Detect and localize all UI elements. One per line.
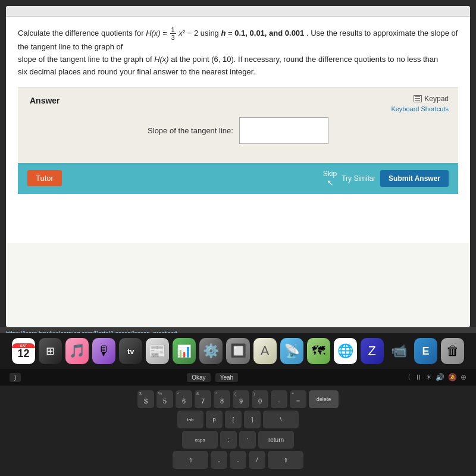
key-lbracket[interactable]: [ (225, 411, 242, 428)
zoom-icon: Z (368, 343, 376, 359)
keypad-area[interactable]: Keypad Keyboard Shortcuts (391, 95, 449, 114)
key-semicolon[interactable]: ; (220, 431, 237, 449)
answer-label: Answer (30, 96, 446, 105)
camera-icon: 📹 (391, 343, 407, 359)
dock-item-chrome[interactable]: 🌐 (334, 338, 357, 364)
dock-item-system-prefs[interactable]: ⚙️ (199, 338, 223, 364)
dock-item-calendar[interactable]: SAT 12 (12, 338, 35, 364)
tangent-input[interactable] (239, 117, 328, 144)
keyboard-shortcuts-link[interactable]: Keyboard Shortcuts (391, 105, 449, 112)
key-quote[interactable]: ' (239, 431, 256, 449)
keyboard-row-1: $ $ % 5 ^ 6 & 7 * 8 ( 9 ) 0 _ - (6, 390, 470, 408)
dock-item-control-center[interactable]: ⊞ (39, 338, 62, 364)
fraction: 1 3 (170, 26, 176, 41)
h-values-label: h = (221, 29, 234, 37)
function-eq: = (162, 29, 169, 37)
fraction-denominator: 3 (170, 34, 176, 41)
problem-intro: Calculate the difference quotients for (18, 29, 144, 37)
touchbar-media[interactable]: ⏸ (415, 373, 422, 381)
key-percent[interactable]: % 5 (156, 390, 173, 408)
dock-item-numbers[interactable]: 📊 (173, 338, 196, 364)
dock-item-zoom[interactable]: Z (361, 338, 384, 364)
key-ampersand[interactable]: & 7 (195, 390, 211, 408)
skip-button[interactable]: Skip ↖ (323, 170, 337, 187)
function-rest: x² − 2 using (178, 29, 221, 37)
keyboard-row-2: tab p [ ] \ (6, 411, 470, 428)
key-equals[interactable]: + = (290, 390, 306, 408)
url-text: https://learn.hawkeslearning.com/Portal/… (6, 330, 177, 334)
music-icon: 🎵 (69, 343, 85, 359)
dock-item-maps[interactable]: 🗺 (307, 338, 330, 364)
problem-content: Calculate the difference quotients for H… (6, 17, 470, 243)
news-icon: 📰 (149, 343, 167, 359)
airdrop-icon: 📡 (284, 343, 300, 359)
key-lparen[interactable]: ( 9 (233, 390, 249, 408)
problem-text: Calculate the difference quotients for H… (18, 26, 458, 79)
skip-label: Skip (323, 170, 337, 178)
keyboard-row-4: ⇧ , . / ⇧ (6, 451, 470, 469)
keypad-button[interactable]: Keypad (391, 95, 449, 103)
elgato-icon: E (422, 345, 429, 358)
touchbar-back[interactable]: ) (10, 373, 21, 382)
skip-cursor-icon: ↖ (327, 178, 334, 187)
touchbar-chevron[interactable]: 〈 (404, 372, 411, 383)
dock-item-trash[interactable]: 🗑 (441, 338, 464, 364)
key-shift-left[interactable]: ⇧ (173, 451, 208, 469)
control-center-icon: ⊞ (46, 345, 55, 358)
keypad-label: Keypad (424, 95, 449, 103)
url-bar: https://learn.hawkeslearning.com/Portal/… (0, 327, 476, 333)
dock-item-airdrop[interactable]: 📡 (280, 338, 303, 364)
key-p[interactable]: p (206, 411, 223, 428)
key-shift-right[interactable]: ⇧ (268, 451, 303, 469)
key-minus[interactable]: _ - (271, 390, 287, 408)
key-period[interactable]: . (230, 451, 246, 469)
numbers-icon: 📊 (177, 344, 192, 358)
bottom-action-bar: Tutor Skip ↖ Try Similar Submit Answer (18, 163, 458, 194)
submit-answer-button[interactable]: Submit Answer (380, 170, 449, 187)
touchbar-siri[interactable]: ⊕ (461, 373, 466, 381)
keyboard-row-3: caps ; ' return (6, 431, 470, 449)
key-dollar[interactable]: $ $ (137, 390, 154, 408)
key-caps[interactable]: caps (182, 431, 218, 449)
trash-icon: 🗑 (446, 343, 459, 359)
key-delete[interactable]: delete (309, 390, 339, 408)
dock-item-camera[interactable]: 📹 (387, 338, 411, 364)
try-similar-button[interactable]: Try Similar (342, 174, 375, 183)
key-return[interactable]: return (258, 431, 294, 449)
dock-item-apple-tv[interactable]: tv (119, 338, 142, 364)
dock: SAT 12 ⊞ 🎵 🎙 tv 📰 📊 ⚙️ 🔲 A 📡 🗺 🌐 Z 📹 (0, 333, 476, 369)
dock-item-elgato[interactable]: E (414, 338, 437, 364)
dock-item-finder-window[interactable]: 🔲 (226, 338, 249, 364)
fraction-numerator: 1 (170, 26, 176, 34)
key-rparen[interactable]: ) 0 (252, 390, 268, 408)
key-comma[interactable]: , (211, 451, 227, 469)
dock-item-music[interactable]: 🎵 (65, 338, 89, 364)
tv-icon: tv (127, 347, 134, 356)
tangent-container: Slope of the tangent line: (30, 117, 446, 144)
dock-item-news[interactable]: 📰 (146, 338, 169, 364)
key-rbracket[interactable]: ] (244, 411, 261, 428)
key-caret[interactable]: ^ 6 (176, 390, 192, 408)
prefs-icon: ⚙️ (203, 343, 219, 359)
touchbar: ) Okay Yeah 〈 ⏸ ☀ 🔊 🔕 ⊕ (0, 369, 476, 386)
dock-item-script-editor[interactable]: A (253, 338, 277, 364)
key-backslash[interactable]: \ (263, 411, 299, 428)
chrome-icon: 🌐 (337, 343, 353, 359)
function-name: H(x) (146, 29, 161, 37)
key-slash[interactable]: / (249, 451, 265, 469)
tangent-label: Slope of the tangent line: (148, 126, 233, 135)
touchbar-mute[interactable]: 🔕 (448, 373, 457, 381)
touchbar-yeah[interactable]: Yeah (215, 373, 238, 382)
key-asterisk[interactable]: * 8 (214, 390, 230, 408)
touchbar-okay[interactable]: Okay (187, 373, 210, 382)
answer-section: Answer Keypad Keyboard Shortcuts Slope o… (18, 87, 458, 194)
maps-icon: 🗺 (312, 343, 325, 359)
dock-calendar-day: 12 (17, 348, 29, 359)
podcast-icon: 🎙 (98, 343, 111, 359)
tutor-button[interactable]: Tutor (27, 170, 62, 186)
dock-item-podcast[interactable]: 🎙 (92, 338, 115, 364)
key-tab[interactable]: tab (177, 411, 203, 428)
touchbar-center: Okay Yeah (24, 373, 400, 382)
touchbar-brightness[interactable]: ☀ (425, 373, 432, 381)
touchbar-volume[interactable]: 🔊 (436, 373, 444, 381)
